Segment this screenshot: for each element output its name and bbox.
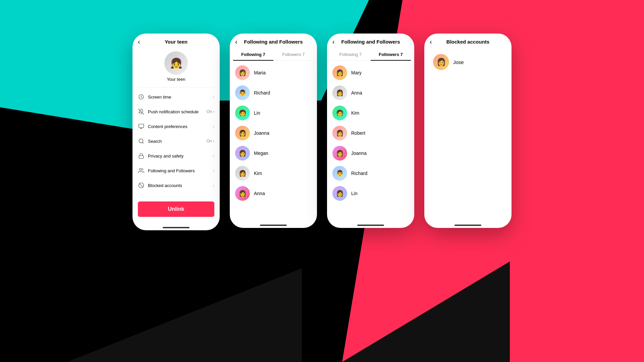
user-avatar: 👩 (235, 186, 250, 201)
phone4-title: Blocked accounts (446, 39, 489, 45)
teen-avatar-section: 👧 Your teen (132, 48, 220, 87)
monitor-icon (138, 123, 145, 130)
menu-label-push-notification: Push notification schedule (148, 109, 207, 114)
user-name: Joanna (254, 130, 269, 136)
bg-shape-black-bottom-left (67, 228, 302, 362)
phone2-title: Following and Followers (244, 39, 303, 45)
svg-line-6 (142, 142, 143, 143)
user-avatar: 👨 (332, 166, 347, 181)
menu-label-blocked-accounts: Blocked accounts (148, 183, 213, 188)
tab-followers-3[interactable]: Followers 7 (371, 48, 411, 60)
user-name: Anna (254, 191, 265, 196)
phone3-header: ‹ Following and Followers (327, 34, 414, 48)
users-icon (138, 167, 145, 174)
phone4-back-button[interactable]: ‹ (430, 38, 432, 46)
chevron-privacy-safety: › (213, 153, 214, 159)
user-name: Megan (254, 150, 268, 156)
tab-following-2[interactable]: Following 7 (233, 48, 273, 60)
list-item[interactable]: 👩 Kim (233, 163, 314, 183)
menu-label-following-followers: Following and Followers (148, 168, 213, 173)
list-item[interactable]: 👨 Richard (233, 83, 314, 103)
menu-item-blocked-accounts[interactable]: Blocked accounts › (132, 178, 220, 193)
phone3-tabs: Following 7 Followers 7 (330, 48, 411, 61)
followers-list: 👩 Mary 👩 Anna 🧑 Kim 👩 Robert 👩 Joanna 👨 … (327, 61, 414, 215)
unlink-button[interactable]: Unlink (138, 201, 214, 217)
list-item[interactable]: 👩 Joanna (233, 123, 314, 143)
phone2-back-button[interactable]: ‹ (235, 38, 237, 46)
menu-item-content-preferences[interactable]: Content preferences › (132, 119, 220, 134)
user-avatar: 👩 (235, 146, 250, 161)
list-item[interactable]: 👩 Anna (330, 83, 411, 103)
list-item[interactable]: 👩 Robert (330, 123, 411, 143)
menu-item-following-followers[interactable]: Following and Followers › (132, 163, 220, 178)
block-icon (138, 182, 145, 189)
user-avatar: 👩 (332, 126, 347, 140)
chevron-content-preferences: › (213, 124, 214, 129)
phones-container: ‹ Your teen 👧 Your teen Screen time › (132, 34, 512, 230)
user-name: Anna (351, 90, 362, 96)
user-name: Kim (254, 171, 262, 176)
list-item[interactable]: 👩 Lin (330, 183, 411, 203)
home-bar-4 (454, 225, 481, 226)
chevron-blocked-accounts: › (213, 183, 214, 188)
search-icon (138, 138, 145, 144)
home-bar-3 (357, 225, 384, 226)
phone-following-followers-2: ‹ Following and Followers Following 7 Fo… (327, 34, 414, 228)
user-name: Joanna (351, 150, 367, 156)
user-avatar: 🧑 (235, 106, 250, 120)
list-item[interactable]: 👨 Richard (330, 163, 411, 183)
user-avatar: 👩 (433, 54, 449, 70)
user-avatar: 👩 (235, 166, 250, 181)
following-list: 👩 Maria 👨 Richard 🧑 Lin 👩 Joanna 👩 Megan… (230, 61, 317, 215)
menu-item-privacy-safety[interactable]: Privacy and safety › (132, 148, 220, 163)
list-item[interactable]: 👩 Jose (428, 50, 508, 74)
menu-item-push-notification[interactable]: Push notification schedule On › (132, 104, 220, 119)
menu-item-screen-time[interactable]: Screen time › (132, 89, 220, 104)
phone-your-teen: ‹ Your teen 👧 Your teen Screen time › (132, 34, 220, 230)
user-avatar: 🧑 (332, 106, 347, 120)
home-bar-1 (163, 227, 190, 228)
user-avatar: 👩 (332, 85, 347, 100)
user-name: Lin (254, 110, 260, 116)
list-item[interactable]: 🧑 Kim (330, 103, 411, 123)
phone4-header: ‹ Blocked accounts (424, 34, 512, 48)
bell-off-icon (138, 108, 145, 115)
user-name: Richard (254, 90, 270, 96)
chevron-following-followers: › (213, 168, 214, 173)
avatar-label: Your teen (167, 77, 185, 82)
home-bar-2 (260, 225, 287, 226)
user-avatar: 👨 (235, 85, 250, 100)
user-name: Robert (351, 130, 365, 136)
phone-following-followers-1: ‹ Following and Followers Following 7 Fo… (230, 34, 317, 228)
svg-point-5 (139, 139, 143, 143)
svg-line-10 (140, 184, 143, 187)
user-avatar: 👩 (332, 146, 347, 161)
list-item[interactable]: 👩 Joanna (330, 143, 411, 163)
user-name: Lin (351, 191, 358, 196)
list-item[interactable]: 👩 Maria (233, 63, 314, 83)
menu-label-privacy-safety: Privacy and safety (148, 154, 213, 159)
tab-followers-2[interactable]: Followers 7 (273, 48, 314, 60)
list-item[interactable]: 👩 Anna (233, 183, 314, 203)
phone-blocked-accounts: ‹ Blocked accounts 👩 Jose (424, 34, 512, 228)
menu-item-search[interactable]: Search On › (132, 134, 220, 148)
phone1-back-button[interactable]: ‹ (138, 38, 140, 46)
phone2-tabs: Following 7 Followers 7 (233, 48, 314, 61)
tab-following-3[interactable]: Following 7 (330, 48, 371, 60)
user-name: Kim (351, 110, 359, 116)
search-status: On › (207, 139, 214, 143)
blocked-list: 👩 Jose (424, 48, 512, 215)
menu-label-search: Search (148, 139, 207, 144)
list-item[interactable]: 👩 Mary (330, 63, 411, 83)
clock-icon (138, 94, 145, 100)
push-notification-status: On › (207, 109, 214, 114)
svg-rect-7 (139, 156, 144, 158)
phone3-title: Following and Followers (341, 39, 400, 45)
svg-rect-2 (139, 124, 144, 128)
list-item[interactable]: 👩 Megan (233, 143, 314, 163)
list-item[interactable]: 🧑 Lin (233, 103, 314, 123)
user-name: Mary (351, 70, 362, 75)
avatar: 👧 (164, 51, 188, 75)
svg-line-1 (139, 109, 144, 115)
phone3-back-button[interactable]: ‹ (332, 38, 335, 46)
